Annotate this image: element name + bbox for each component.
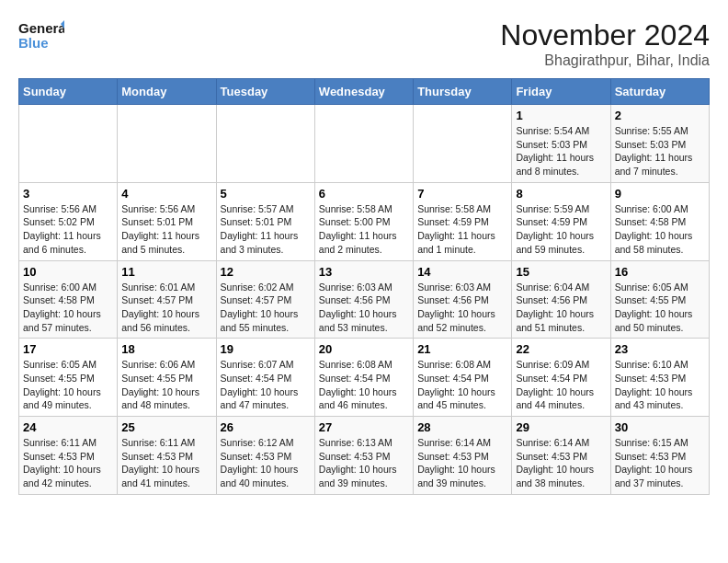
day-number: 8 (516, 187, 606, 201)
day-number: 13 (319, 265, 409, 279)
day-number: 23 (615, 342, 705, 356)
month-title: November 2024 (500, 18, 710, 52)
day-info: Sunrise: 6:13 AM Sunset: 4:53 PM Dayligh… (319, 436, 409, 490)
day-cell: 30Sunrise: 6:15 AM Sunset: 4:53 PM Dayli… (610, 417, 709, 495)
day-cell: 1Sunrise: 5:54 AM Sunset: 5:03 PM Daylig… (512, 105, 610, 183)
day-cell: 12Sunrise: 6:02 AM Sunset: 4:57 PM Dayli… (216, 260, 314, 339)
day-info: Sunrise: 6:03 AM Sunset: 4:56 PM Dayligh… (319, 281, 409, 335)
day-cell: 9Sunrise: 6:00 AM Sunset: 4:58 PM Daylig… (610, 182, 709, 260)
day-number: 16 (615, 265, 705, 279)
day-info: Sunrise: 6:09 AM Sunset: 4:54 PM Dayligh… (516, 358, 606, 412)
day-info: Sunrise: 6:08 AM Sunset: 4:54 PM Dayligh… (417, 358, 507, 412)
day-cell: 4Sunrise: 5:56 AM Sunset: 5:01 PM Daylig… (118, 182, 216, 260)
weekday-header-friday: Friday (512, 79, 610, 105)
day-number: 29 (516, 420, 606, 434)
day-cell (314, 105, 413, 183)
day-number: 11 (121, 265, 211, 279)
day-number: 27 (319, 420, 409, 434)
logo-svg: General Blue (18, 18, 64, 55)
day-number: 9 (615, 187, 705, 201)
day-info: Sunrise: 6:04 AM Sunset: 4:56 PM Dayligh… (516, 281, 606, 335)
day-cell: 26Sunrise: 6:12 AM Sunset: 4:53 PM Dayli… (216, 417, 314, 495)
day-number: 5 (221, 187, 311, 201)
day-cell: 24Sunrise: 6:11 AM Sunset: 4:53 PM Dayli… (19, 417, 118, 495)
weekday-header-wednesday: Wednesday (314, 79, 413, 105)
day-info: Sunrise: 6:14 AM Sunset: 4:53 PM Dayligh… (516, 436, 606, 490)
day-cell: 29Sunrise: 6:14 AM Sunset: 4:53 PM Dayli… (512, 417, 610, 495)
day-cell (414, 105, 512, 183)
weekday-header-monday: Monday (118, 79, 216, 105)
weekday-header-row: SundayMondayTuesdayWednesdayThursdayFrid… (19, 79, 710, 105)
logo: General Blue (18, 18, 64, 55)
weekday-header-tuesday: Tuesday (216, 79, 314, 105)
day-cell: 23Sunrise: 6:10 AM Sunset: 4:53 PM Dayli… (610, 339, 709, 417)
day-number: 19 (221, 342, 311, 356)
day-number: 15 (516, 265, 606, 279)
day-info: Sunrise: 5:56 AM Sunset: 5:02 PM Dayligh… (23, 202, 113, 257)
day-info: Sunrise: 6:00 AM Sunset: 4:58 PM Dayligh… (615, 202, 705, 257)
day-cell: 6Sunrise: 5:58 AM Sunset: 5:00 PM Daylig… (314, 182, 413, 260)
day-number: 22 (516, 342, 606, 356)
week-row-3: 10Sunrise: 6:00 AM Sunset: 4:58 PM Dayli… (19, 260, 710, 339)
day-cell: 15Sunrise: 6:04 AM Sunset: 4:56 PM Dayli… (512, 260, 610, 339)
header: General Blue November 2024 Bhagirathpur,… (18, 18, 710, 69)
day-info: Sunrise: 6:15 AM Sunset: 4:53 PM Dayligh… (615, 436, 705, 490)
day-cell: 2Sunrise: 5:55 AM Sunset: 5:03 PM Daylig… (610, 105, 709, 183)
location-title: Bhagirathpur, Bihar, India (500, 52, 710, 69)
day-number: 26 (221, 420, 311, 434)
day-number: 1 (516, 109, 606, 122)
day-info: Sunrise: 6:08 AM Sunset: 4:54 PM Dayligh… (319, 358, 409, 412)
day-info: Sunrise: 6:11 AM Sunset: 4:53 PM Dayligh… (23, 436, 113, 490)
title-area: November 2024 Bhagirathpur, Bihar, India (500, 18, 710, 69)
day-cell: 18Sunrise: 6:06 AM Sunset: 4:55 PM Dayli… (118, 339, 216, 417)
day-cell: 14Sunrise: 6:03 AM Sunset: 4:56 PM Dayli… (414, 260, 512, 339)
day-info: Sunrise: 5:58 AM Sunset: 5:00 PM Dayligh… (319, 202, 409, 257)
day-number: 24 (23, 420, 113, 434)
day-cell: 20Sunrise: 6:08 AM Sunset: 4:54 PM Dayli… (314, 339, 413, 417)
day-number: 28 (417, 420, 507, 434)
day-info: Sunrise: 6:05 AM Sunset: 4:55 PM Dayligh… (23, 358, 113, 412)
day-cell (118, 105, 216, 183)
day-number: 17 (23, 342, 113, 356)
day-cell: 10Sunrise: 6:00 AM Sunset: 4:58 PM Dayli… (19, 260, 118, 339)
week-row-4: 17Sunrise: 6:05 AM Sunset: 4:55 PM Dayli… (19, 339, 710, 417)
day-number: 6 (319, 187, 409, 201)
day-info: Sunrise: 6:05 AM Sunset: 4:55 PM Dayligh… (615, 281, 705, 335)
day-number: 14 (417, 265, 507, 279)
day-number: 20 (319, 342, 409, 356)
day-cell: 13Sunrise: 6:03 AM Sunset: 4:56 PM Dayli… (314, 260, 413, 339)
day-info: Sunrise: 6:10 AM Sunset: 4:53 PM Dayligh… (615, 358, 705, 412)
day-cell: 22Sunrise: 6:09 AM Sunset: 4:54 PM Dayli… (512, 339, 610, 417)
day-info: Sunrise: 6:14 AM Sunset: 4:53 PM Dayligh… (417, 436, 507, 490)
weekday-header-thursday: Thursday (414, 79, 512, 105)
day-info: Sunrise: 5:56 AM Sunset: 5:01 PM Dayligh… (121, 202, 211, 257)
day-number: 10 (23, 265, 113, 279)
day-cell: 7Sunrise: 5:58 AM Sunset: 4:59 PM Daylig… (414, 182, 512, 260)
day-cell: 25Sunrise: 6:11 AM Sunset: 4:53 PM Dayli… (118, 417, 216, 495)
day-info: Sunrise: 6:02 AM Sunset: 4:57 PM Dayligh… (221, 281, 311, 335)
calendar-table: SundayMondayTuesdayWednesdayThursdayFrid… (18, 78, 710, 495)
week-row-1: 1Sunrise: 5:54 AM Sunset: 5:03 PM Daylig… (19, 105, 710, 183)
svg-text:Blue: Blue (18, 35, 49, 51)
day-cell: 16Sunrise: 6:05 AM Sunset: 4:55 PM Dayli… (610, 260, 709, 339)
day-cell (216, 105, 314, 183)
weekday-header-saturday: Saturday (610, 79, 709, 105)
day-number: 7 (417, 187, 507, 201)
day-info: Sunrise: 6:12 AM Sunset: 4:53 PM Dayligh… (221, 436, 311, 490)
day-number: 12 (221, 265, 311, 279)
day-cell: 19Sunrise: 6:07 AM Sunset: 4:54 PM Dayli… (216, 339, 314, 417)
day-number: 4 (121, 187, 211, 201)
day-info: Sunrise: 6:11 AM Sunset: 4:53 PM Dayligh… (121, 436, 211, 490)
day-number: 21 (417, 342, 507, 356)
day-info: Sunrise: 5:58 AM Sunset: 4:59 PM Dayligh… (417, 202, 507, 257)
day-cell: 5Sunrise: 5:57 AM Sunset: 5:01 PM Daylig… (216, 182, 314, 260)
day-info: Sunrise: 6:07 AM Sunset: 4:54 PM Dayligh… (221, 358, 311, 412)
week-row-2: 3Sunrise: 5:56 AM Sunset: 5:02 PM Daylig… (19, 182, 710, 260)
day-info: Sunrise: 6:01 AM Sunset: 4:57 PM Dayligh… (121, 281, 211, 335)
week-row-5: 24Sunrise: 6:11 AM Sunset: 4:53 PM Dayli… (19, 417, 710, 495)
day-info: Sunrise: 5:54 AM Sunset: 5:03 PM Dayligh… (516, 124, 606, 178)
day-info: Sunrise: 6:06 AM Sunset: 4:55 PM Dayligh… (121, 358, 211, 412)
day-info: Sunrise: 5:59 AM Sunset: 4:59 PM Dayligh… (516, 202, 606, 257)
weekday-header-sunday: Sunday (19, 79, 118, 105)
day-number: 25 (121, 420, 211, 434)
